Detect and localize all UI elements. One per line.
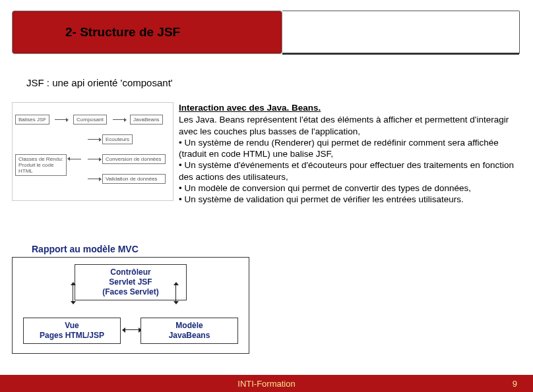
mvc-model-l2: JavaBeans xyxy=(148,331,231,341)
box-rendu: Classes de Rendu: Produit le code HTML xyxy=(15,154,67,176)
mvc-controller-l1: Contrôleur xyxy=(83,267,178,277)
mvc-title: Rapport au modèle MVC xyxy=(32,244,256,254)
arrow-ctrl-model xyxy=(175,285,176,302)
slide-subtitle: JSF : une api orienté 'composant' xyxy=(26,77,173,88)
arrow-ctrl-view xyxy=(73,285,73,302)
box-conversion: Conversion de données xyxy=(102,154,166,164)
box-composant: Composant xyxy=(73,115,107,125)
content-row: Balises JSF Composant JavaBeans Ecouteur… xyxy=(12,102,521,205)
content-text: Interaction avec des Java. Beans. Les Ja… xyxy=(179,102,521,205)
box-ecouteurs: Ecouteurs xyxy=(102,134,133,144)
mvc-diagram-area: Rapport au modèle MVC Contrôleur Servlet… xyxy=(12,244,256,354)
header-right-panel xyxy=(282,11,520,54)
box-balises: Balises JSF xyxy=(15,115,49,125)
footer-text: INTI-Formation xyxy=(237,379,295,389)
box-javabeans: JavaBeans xyxy=(130,115,163,125)
mvc-box: Contrôleur Servlet JSF (Faces Servlet) V… xyxy=(12,257,249,354)
content-b1: • Un système de rendu (Renderer) qui per… xyxy=(179,137,521,160)
mvc-view-l1: Vue xyxy=(30,321,113,331)
content-heading: Interaction avec des Java. Beans. xyxy=(179,102,521,113)
footer-bar: INTI-Formation 9 xyxy=(0,375,533,392)
slide-title: 2- Structure de JSF xyxy=(65,25,180,40)
mvc-model-box: Modèle JavaBeans xyxy=(141,318,238,344)
mvc-view-box: Vue Pages HTML/JSP xyxy=(23,318,121,344)
arrow-view-model xyxy=(125,329,139,330)
mvc-controller-box: Contrôleur Servlet JSF (Faces Servlet) xyxy=(75,264,187,300)
header-bar: 2- Structure de JSF xyxy=(12,11,520,54)
content-b2: • Un système d'événements et d'écouteurs… xyxy=(179,159,521,182)
page-number: 9 xyxy=(513,379,517,389)
mvc-controller-l3: (Faces Servlet) xyxy=(83,287,178,297)
header-left-panel: 2- Structure de JSF xyxy=(12,11,282,54)
mvc-view-l2: Pages HTML/JSP xyxy=(30,331,113,341)
component-diagram: Balises JSF Composant JavaBeans Ecouteur… xyxy=(12,102,173,201)
mvc-model-l1: Modèle xyxy=(148,321,231,331)
mvc-row: Vue Pages HTML/JSP Modèle JavaBeans xyxy=(23,318,238,344)
content-p1: Les Java. Beans représentent l'état des … xyxy=(179,114,521,137)
content-b4: • Un système de validation qui permet de… xyxy=(179,194,521,205)
content-b3: • Un modèle de conversion qui permet de … xyxy=(179,182,521,194)
mvc-controller-l2: Servlet JSF xyxy=(83,277,178,287)
box-validation: Validation de données xyxy=(102,174,166,184)
